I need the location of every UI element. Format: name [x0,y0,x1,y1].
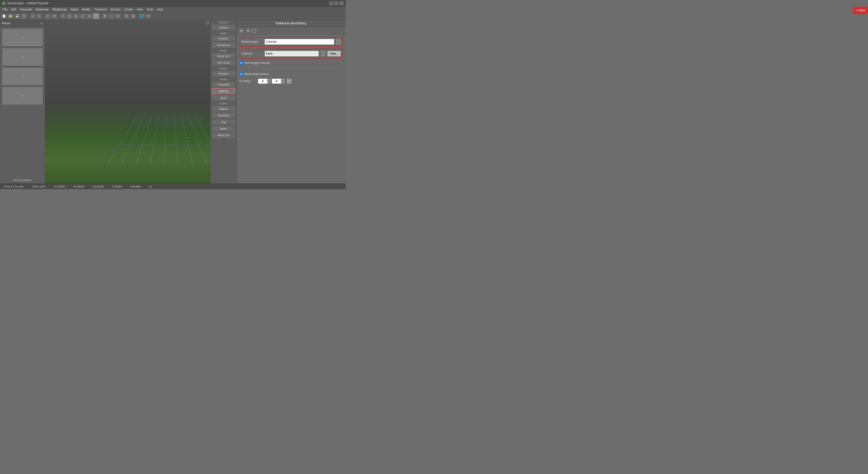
tool-grid[interactable]: ⊞ [101,13,108,19]
menu-edit[interactable]: Edit [9,7,18,12]
tool-t[interactable]: T [60,13,66,19]
mesh-list-button[interactable]: Mesh List [212,132,236,138]
menu-noisemap[interactable]: Noisemap [34,7,50,12]
menu-weightmap[interactable]: Weightmap [50,7,68,12]
uv-x-spinners: ▲ ▼ [268,78,271,84]
tool-dropdown[interactable]: ▾ [145,13,151,19]
resolution-text: 1024×1024 [30,185,47,188]
fog-button[interactable]: Fog [212,119,236,125]
tool-dots[interactable]: ⁘ [108,13,115,19]
menu-modify[interactable]: Modify [80,7,92,12]
redo-button[interactable]: ↺ [51,13,57,19]
mat-tool-gear2[interactable]: ⚙ [245,28,251,34]
designer-button[interactable]: Designer [212,70,236,77]
uv-y-up-button[interactable]: ▲ [281,78,285,81]
thumbnail-item-2[interactable] [2,48,43,66]
uv-tiling-row: UV tiling: ▲ ▼ ▲ ▼ [240,78,343,84]
toolbar: 📄 📂 💾 ⊡ ◁ ▷ ↩ ↺ T T B L R P ⊞ ⁘ ⊙ ⊟ ⊞ 🌐 … [0,12,346,20]
thumbnail-item-1[interactable] [2,29,43,46]
menu-adjust[interactable]: Adjust [69,7,80,12]
tool-split[interactable]: ⊟ [123,13,130,19]
tool-b[interactable]: B [73,13,79,19]
sidebar-collapse-icon[interactable]: ▲ [40,22,43,25]
coord1-text: 43.75000 [52,185,67,188]
extra-text: 25 [147,185,154,188]
menu-tools[interactable]: Tools [145,7,155,12]
uv-x-up-button[interactable]: ▲ [268,78,271,81]
thumbnail-item-3[interactable] [2,67,43,86]
colorset-select[interactable] [265,51,319,57]
directional-button[interactable]: Directional [212,42,236,48]
material-panel-header: TERRAIN MATERIAL [237,20,346,27]
water-button[interactable]: Water [212,126,236,132]
show-detail-checkbox[interactable] [240,72,243,76]
menu-erosion[interactable]: Erosion [109,7,123,12]
stack-button[interactable]: Stack [212,95,236,101]
lights-section-label: Lights [211,31,237,35]
toolbar-btn5[interactable]: ◁ [29,13,36,19]
menu-generate[interactable]: Generate [18,7,34,12]
open-button[interactable]: 📂 [8,13,14,19]
objects-button[interactable]: Objects [212,106,236,112]
home-grid-button[interactable]: Home Grid [212,53,236,59]
terrain-section-label: Terrain [211,77,237,81]
main-layout: Mouse ▲ 2D Coordinates Camera Camera Lig [0,20,346,184]
window-title: TerreSculptor - Untitled.TSworld* [7,2,329,5]
menu-view[interactable]: View [135,7,145,12]
new-button[interactable]: 📄 [1,13,7,19]
auto-range-checkbox[interactable] [240,61,243,65]
grids-section-label: Grids [211,49,237,53]
viewport[interactable] [45,20,210,184]
tool-t2[interactable]: T [66,13,73,19]
view-button[interactable]: View... [327,51,341,57]
colorset-dropdown-icon[interactable]: ▼ [321,51,326,57]
tool-grid2[interactable]: ⊞ [130,13,136,19]
save-button[interactable]: 💾 [14,13,21,19]
material-type-select[interactable] [265,39,334,44]
uv-y-wrap: ▲ ▼ [272,78,285,84]
colorset-label: Colorset: [241,52,263,55]
close-button[interactable]: ✕ [339,1,344,5]
uv-link-button[interactable]: 🔗 [286,78,292,84]
user-grids-button[interactable]: User Grids [212,60,236,66]
undo-button[interactable]: ↩ [44,13,51,19]
minimize-button[interactable]: — [329,1,333,5]
tool-p[interactable]: P [93,13,99,19]
menu-file[interactable]: File [1,7,9,12]
maximize-button[interactable]: □ [334,1,338,5]
toolbar-btn4[interactable]: ⊡ [21,13,27,19]
mat-tool-gear1[interactable]: ⚙ [239,28,244,34]
tool-globe[interactable]: 🌐 [138,13,145,19]
coord2-text: 48.38199 [71,185,86,188]
window-controls: — □ ✕ [329,1,344,5]
tool-r[interactable]: R [86,13,93,19]
menu-help[interactable]: Help [155,7,165,12]
material-type-dropdown-icon[interactable]: ▼ [336,39,341,44]
camera-section-label: Camera [211,20,237,24]
material-button[interactable]: Material [212,88,236,94]
auto-range-row: Auto-range Colorset [240,61,343,65]
coords-label: 2D Coordinates [0,177,45,184]
toolbar-btn6[interactable]: ▷ [36,13,42,19]
scene-section-label: Scene [211,101,237,105]
properties-button[interactable]: Properties [212,82,236,88]
backdrop-button[interactable]: Backdrop [212,112,236,119]
tool-l[interactable]: L [80,13,86,19]
sidebar-header: Mouse ▲ [0,20,45,27]
uv-x-down-button[interactable]: ▼ [268,81,271,84]
ambient-button[interactable]: Ambient [212,35,236,41]
menu-create[interactable]: Create [122,7,135,12]
grid-overlay [108,115,210,164]
mat-tool-circle[interactable] [252,29,256,33]
camera-button[interactable]: Camera [212,25,236,31]
uv-y-down-button[interactable]: ▼ [281,81,285,84]
uv-y-input[interactable] [272,78,281,84]
material-type-label: Material type: [241,40,263,43]
uv-x-wrap: ▲ ▼ [258,78,271,84]
uv-x-input[interactable] [258,78,268,84]
tool-gear[interactable]: ⊙ [115,13,121,19]
left-sidebar: Mouse ▲ 2D Coordinates [0,20,45,184]
menu-transform[interactable]: Transform [92,7,109,12]
material-content: Material type: ▼ Colorset: ▼ View... Aut… [237,35,346,86]
thumbnail-item-4[interactable] [2,87,43,105]
